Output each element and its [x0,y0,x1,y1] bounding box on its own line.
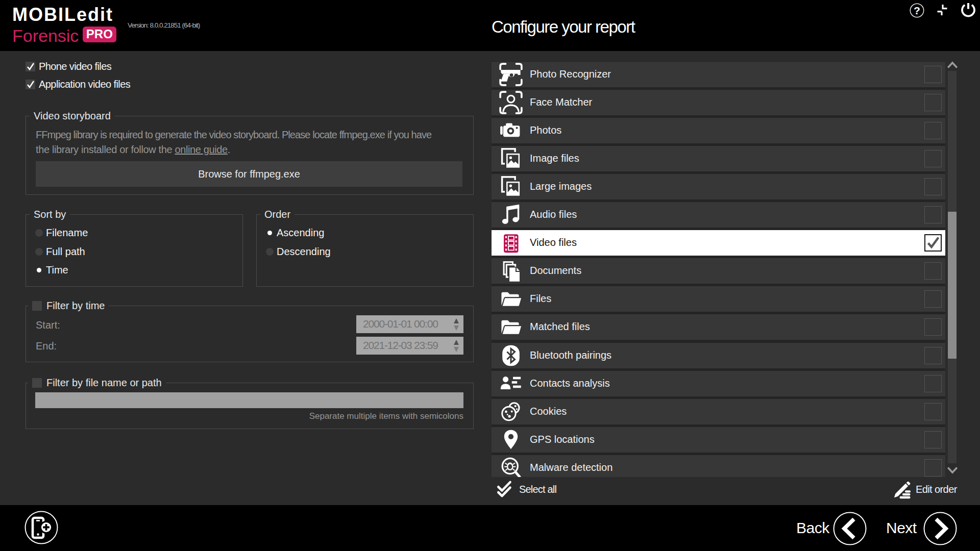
svg-text:?: ? [914,5,920,16]
